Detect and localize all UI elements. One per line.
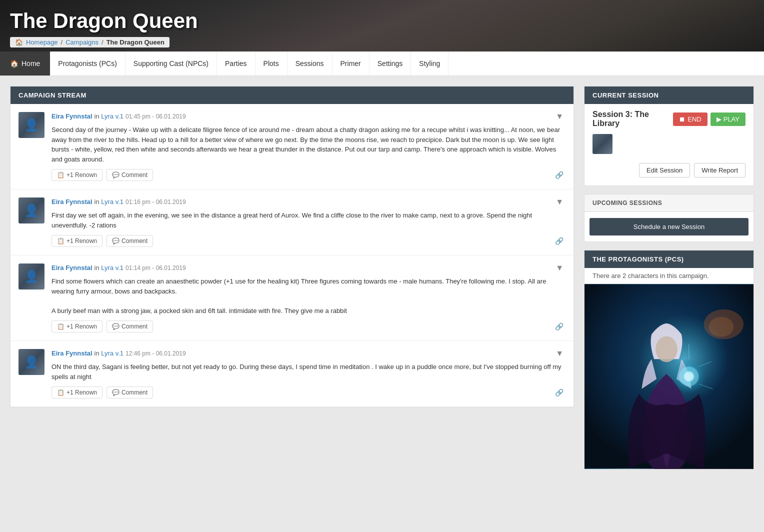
stop-icon: ⏹ (679, 116, 686, 123)
post-author-2: Eira Fynnstal (52, 198, 92, 206)
renown-btn-4[interactable]: 📋 +1 Renown (52, 386, 102, 398)
current-session-header: CURRENT SESSION (584, 86, 754, 104)
protagonist-image (584, 284, 754, 469)
post-location-2[interactable]: Lyra v.1 (101, 198, 124, 206)
comment-btn-4[interactable]: 💬 Comment (106, 386, 153, 398)
comment-icon-2: 💬 (112, 238, 120, 244)
nav-home[interactable]: 🏠 Home (0, 52, 50, 76)
play-icon: ▶ (716, 116, 722, 123)
comment-icon-3: 💬 (112, 323, 120, 330)
main-container: CAMPAIGN STREAM 👤 Eira Fynnstal in Lyra … (0, 76, 764, 488)
post-author-4: Eira Fynnstal (52, 350, 92, 357)
right-column: CURRENT SESSION Session 3: The Library ⏹… (584, 86, 754, 478)
home-nav-icon: 🏠 (10, 60, 18, 68)
post-text-3: Find some flowers which can create an an… (52, 276, 566, 316)
renown-icon-3: 📋 (57, 323, 64, 330)
post-author-1: Eira Fynnstal (52, 112, 92, 120)
protagonists-subtitle: There are 2 characters in this campaign. (584, 268, 754, 284)
post-time-2: 01:16 pm - 06.01.2019 (126, 198, 186, 206)
nav-settings[interactable]: Settings (370, 52, 412, 76)
nav-protagonists[interactable]: Protagonists (PCs) (50, 52, 125, 76)
page-header: The Dragon Queen 🏠 Homepage / Campaigns … (0, 0, 764, 52)
svg-point-6 (684, 372, 694, 382)
protagonists-header: THE PROTAGONISTS (PCS) (584, 250, 754, 268)
comment-btn-1[interactable]: 💬 Comment (106, 169, 153, 181)
post-text-2: First day we set off again, in the eveni… (52, 210, 566, 230)
post-dropdown-3[interactable]: ▼ (554, 264, 566, 272)
play-session-button[interactable]: ▶ PLAY (710, 112, 746, 126)
comment-icon-4: 💬 (112, 389, 120, 396)
renown-btn-1[interactable]: 📋 +1 Renown (52, 169, 102, 181)
renown-btn-2[interactable]: 📋 +1 Renown (52, 235, 102, 247)
comment-btn-2[interactable]: 💬 Comment (106, 235, 153, 247)
stream-post-3: 👤 Eira Fynnstal in Lyra v.1 01:14 pm - 0… (10, 256, 574, 341)
breadcrumb: 🏠 Homepage / Campaigns / The Dragon Quee… (10, 37, 170, 48)
breadcrumb-current: The Dragon Queen (106, 38, 164, 46)
renown-icon-4: 📋 (57, 389, 64, 396)
write-report-button[interactable]: Write Report (694, 163, 746, 178)
stream-post-2: 👤 Eira Fynnstal in Lyra v.1 01:16 pm - 0… (10, 190, 574, 256)
session-name: Session 3: The Library (592, 110, 673, 128)
breadcrumb-home[interactable]: Homepage (26, 38, 58, 46)
nav-sessions[interactable]: Sessions (288, 52, 332, 76)
protagonists-section: THE PROTAGONISTS (PCS) There are 2 chara… (584, 250, 754, 470)
current-session-section: CURRENT SESSION Session 3: The Library ⏹… (584, 86, 754, 186)
avatar-1: 👤 (18, 112, 44, 138)
nav-supporting-cast[interactable]: Supporting Cast (NPCs) (126, 52, 217, 76)
nav-primer[interactable]: Primer (332, 52, 370, 76)
session-character-avatar (592, 134, 612, 154)
renown-icon-2: 📋 (57, 238, 64, 244)
nav-parties[interactable]: Parties (217, 52, 256, 76)
post-time-4: 12:46 pm - 06.01.2019 (126, 350, 186, 357)
post-time-3: 01:14 pm - 06.01.2019 (126, 264, 186, 272)
comment-icon-1: 💬 (112, 172, 120, 178)
post-author-3: Eira Fynnstal (52, 264, 92, 272)
upcoming-sessions-header: UPCOMING SESSIONS (584, 194, 754, 212)
nav-styling[interactable]: Styling (411, 52, 448, 76)
link-icon-4[interactable]: 🔗 (553, 386, 566, 398)
post-location-3[interactable]: Lyra v.1 (101, 264, 124, 272)
svg-point-11 (709, 317, 734, 337)
post-location-1[interactable]: Lyra v.1 (101, 112, 124, 120)
post-dropdown-4[interactable]: ▼ (554, 349, 566, 358)
campaign-stream-header: CAMPAIGN STREAM (10, 86, 574, 104)
avatar-2: 👤 (18, 198, 44, 224)
main-nav: 🏠 Home Protagonists (PCs) Supporting Cas… (0, 52, 764, 76)
post-dropdown-1[interactable]: ▼ (554, 112, 566, 121)
nav-plots[interactable]: Plots (256, 52, 288, 76)
comment-btn-3[interactable]: 💬 Comment (106, 320, 153, 332)
upcoming-sessions-section: UPCOMING SESSIONS Schedule a new Session (584, 194, 754, 242)
page-title: The Dragon Queen (10, 9, 754, 33)
link-icon-2[interactable]: 🔗 (553, 235, 566, 247)
campaign-stream: CAMPAIGN STREAM 👤 Eira Fynnstal in Lyra … (10, 86, 574, 408)
renown-icon-1: 📋 (57, 172, 64, 178)
link-icon-1[interactable]: 🔗 (553, 169, 566, 181)
post-dropdown-2[interactable]: ▼ (554, 198, 566, 206)
post-text-4: ON the third day, Sagani is feeling bett… (52, 362, 566, 382)
stream-post-4: 👤 Eira Fynnstal in Lyra v.1 12:46 pm - 0… (10, 341, 574, 407)
home-icon: 🏠 (15, 38, 23, 46)
edit-session-button[interactable]: Edit Session (639, 163, 690, 178)
avatar-3: 👤 (18, 264, 44, 290)
breadcrumb-campaigns[interactable]: Campaigns (66, 38, 98, 46)
post-time-1: 01:45 pm - 06.01.2019 (126, 113, 186, 120)
stream-post-1: 👤 Eira Fynnstal in Lyra v.1 01:45 pm - 0… (10, 104, 574, 190)
end-session-button[interactable]: ⏹ END (673, 112, 707, 126)
schedule-session-button[interactable]: Schedule a new Session (590, 218, 748, 236)
post-text-1: Second day of the journey - Wake up with… (52, 125, 566, 164)
link-icon-3[interactable]: 🔗 (553, 320, 566, 332)
left-column: CAMPAIGN STREAM 👤 Eira Fynnstal in Lyra … (10, 86, 574, 478)
post-location-4[interactable]: Lyra v.1 (101, 350, 124, 357)
avatar-4: 👤 (18, 349, 44, 375)
svg-point-3 (656, 336, 678, 362)
renown-btn-3[interactable]: 📋 +1 Renown (52, 320, 102, 332)
